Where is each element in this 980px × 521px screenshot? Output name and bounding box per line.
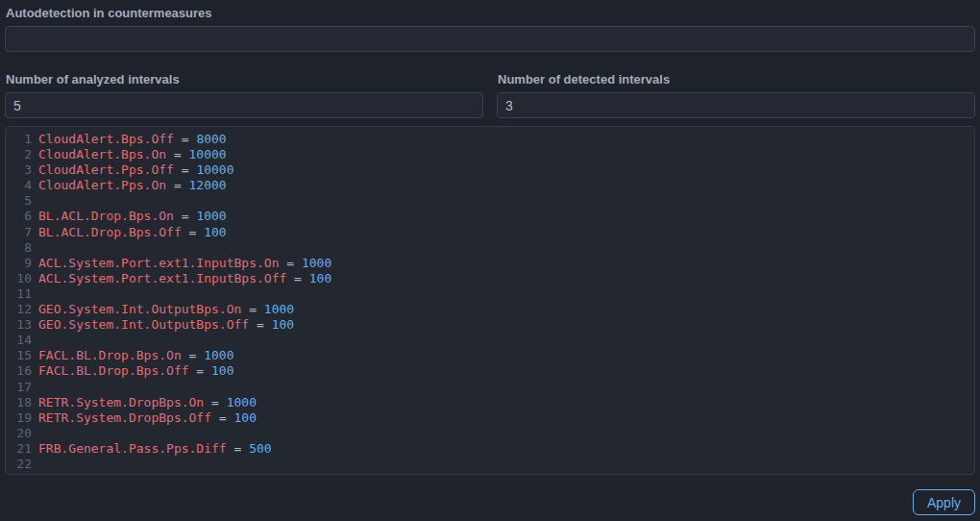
line-number: 21: [11, 441, 32, 457]
code-text: CloudAlert.Pps.Off = 10000: [38, 162, 234, 177]
autodetection-input[interactable]: [5, 26, 975, 52]
editor-line: 6BL.ACL.Drop.Bps.On = 1000: [11, 209, 974, 224]
line-number: 15: [11, 348, 32, 363]
editor-line: 20: [11, 426, 974, 441]
editor-line: 7BL.ACL.Drop.Bps.Off = 100: [11, 225, 974, 240]
code-text: ACL.System.Port.ext1.InputBps.Off = 100: [38, 271, 331, 285]
detected-intervals-input[interactable]: [497, 92, 975, 118]
code-text: FACL.BL.Drop.Bps.Off = 100: [38, 363, 234, 378]
autodetection-label: Autodetection in countermeasures: [5, 6, 975, 21]
code-text: GEO.System.Int.OutputBps.Off = 100: [38, 317, 294, 332]
line-number: 19: [11, 410, 32, 426]
line-number: 12: [11, 302, 32, 317]
editor-line: 22: [11, 457, 974, 472]
line-number: 1: [11, 132, 32, 147]
line-number: 6: [11, 209, 32, 224]
editor-line: 9ACL.System.Port.ext1.InputBps.On = 1000: [11, 256, 974, 271]
config-editor[interactable]: 1CloudAlert.Bps.Off = 80002CloudAlert.Bp…: [5, 126, 975, 475]
autodetection-panel: Autodetection in countermeasures Number …: [5, 6, 975, 515]
editor-line: 17: [11, 380, 974, 395]
line-number: 16: [11, 363, 32, 379]
line-number: 13: [11, 317, 32, 333]
detected-intervals-group: Number of detected intervals: [497, 72, 975, 118]
code-text: CloudAlert.Pps.On = 12000: [38, 178, 227, 192]
editor-line: 2CloudAlert.Bps.On = 10000: [11, 147, 974, 162]
line-number: 7: [11, 225, 32, 240]
editor-line: 1CloudAlert.Bps.Off = 8000: [11, 132, 974, 147]
line-number: 5: [11, 193, 32, 209]
analyzed-intervals-label: Number of analyzed intervals: [5, 72, 483, 87]
line-number: 9: [11, 256, 32, 271]
code-text: CloudAlert.Bps.Off = 8000: [38, 132, 227, 146]
line-number: 4: [11, 178, 32, 193]
intervals-row: Number of analyzed intervals Number of d…: [5, 72, 975, 118]
line-number: 22: [11, 457, 32, 472]
editor-line: 13GEO.System.Int.OutputBps.Off = 100: [11, 317, 974, 333]
code-text: GEO.System.Int.OutputBps.On = 1000: [38, 302, 294, 316]
line-number: 14: [11, 333, 32, 348]
code-text: RETR.System.DropBps.Off = 100: [38, 410, 257, 425]
editor-line: 16FACL.BL.Drop.Bps.Off = 100: [11, 363, 974, 379]
editor-line: 14: [11, 333, 974, 348]
editor-line: 5: [11, 193, 974, 209]
footer: Apply: [5, 489, 975, 515]
line-number: 2: [11, 147, 32, 162]
line-number: 3: [11, 162, 32, 178]
analyzed-intervals-group: Number of analyzed intervals: [5, 72, 483, 118]
editor-line: 18RETR.System.DropBps.On = 1000: [11, 395, 974, 410]
line-number: 11: [11, 286, 32, 302]
line-number: 10: [11, 271, 32, 286]
editor-line: 8: [11, 240, 974, 256]
line-number: 20: [11, 426, 32, 441]
apply-button[interactable]: Apply: [913, 489, 975, 515]
editor-line: 15FACL.BL.Drop.Bps.On = 1000: [11, 348, 974, 363]
editor-line: 11: [11, 286, 974, 302]
code-text: FRB.General.Pass.Pps.Diff = 500: [38, 441, 272, 456]
code-text: FACL.BL.Drop.Bps.On = 1000: [38, 348, 234, 362]
editor-line: 10ACL.System.Port.ext1.InputBps.Off = 10…: [11, 271, 974, 286]
editor-line: 19RETR.System.DropBps.Off = 100: [11, 410, 974, 426]
code-text: CloudAlert.Bps.On = 10000: [38, 147, 227, 161]
editor-line: 12GEO.System.Int.OutputBps.On = 1000: [11, 302, 974, 317]
line-number: 17: [11, 380, 32, 395]
editor-line: 4CloudAlert.Pps.On = 12000: [11, 178, 974, 193]
editor-line: 21FRB.General.Pass.Pps.Diff = 500: [11, 441, 974, 457]
code-text: ACL.System.Port.ext1.InputBps.On = 1000: [38, 256, 331, 270]
detected-intervals-label: Number of detected intervals: [497, 72, 975, 87]
line-number: 8: [11, 240, 32, 256]
code-text: BL.ACL.Drop.Bps.On = 1000: [38, 209, 227, 223]
code-text: BL.ACL.Drop.Bps.Off = 100: [38, 225, 227, 239]
analyzed-intervals-input[interactable]: [5, 92, 483, 118]
code-text: RETR.System.DropBps.On = 1000: [38, 395, 257, 409]
line-number: 18: [11, 395, 32, 410]
editor-line: 3CloudAlert.Pps.Off = 10000: [11, 162, 974, 178]
